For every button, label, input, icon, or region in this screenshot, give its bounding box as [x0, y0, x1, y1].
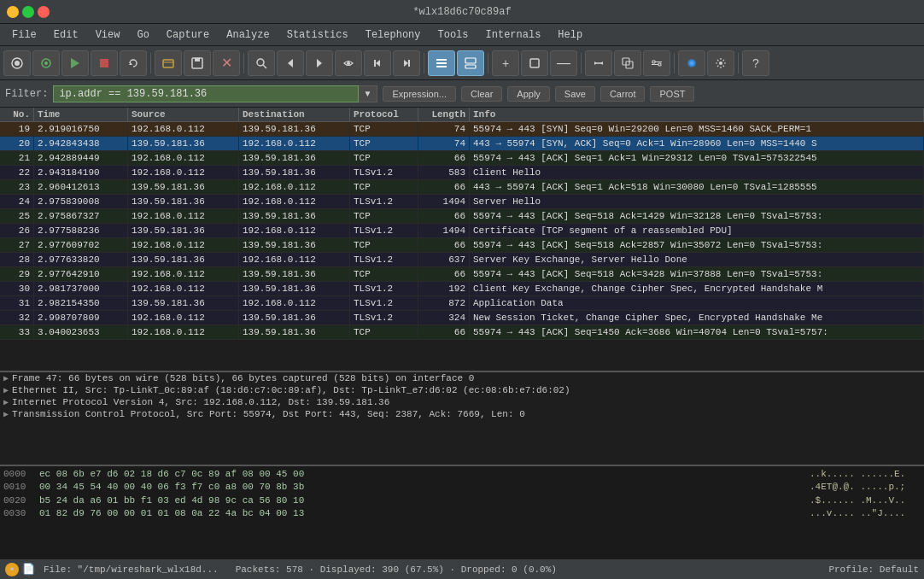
cell-no: 24 [0, 195, 34, 208]
help-toolbar-button[interactable]: ? [742, 50, 769, 76]
packet-row[interactable]: 27 2.977609702 192.168.0.112 139.59.181.… [0, 238, 924, 253]
interface-list-button[interactable] [3, 50, 31, 76]
menu-analyze[interactable]: Analyze [218, 27, 278, 43]
packet-row[interactable]: 23 2.960412613 139.59.181.36 192.168.0.1… [0, 180, 924, 195]
capture-options-button[interactable] [32, 50, 60, 76]
hex-bytes: 00 34 45 54 40 00 40 06 f3 f7 c0 a8 00 7… [39, 481, 810, 494]
zoom-out-button[interactable]: — [550, 50, 577, 76]
menu-edit[interactable]: Edit [45, 27, 87, 43]
detail-text: Ethernet II, Src: Tp-LinkT_0c:89:af (18:… [12, 385, 570, 395]
menu-view[interactable]: View [87, 27, 129, 43]
hex-bytes: b5 24 da a6 01 bb f1 03 ed 4d 98 9c ca 5… [39, 494, 810, 507]
cell-dest: 139.59.181.36 [239, 238, 350, 252]
packet-list-button[interactable] [428, 50, 455, 76]
packet-row[interactable]: 25 2.975867327 192.168.0.112 139.59.181.… [0, 209, 924, 224]
menu-capture[interactable]: Capture [158, 27, 218, 43]
menu-telephony[interactable]: Telephony [357, 27, 430, 43]
svg-rect-30 [652, 61, 655, 63]
zoom-normal-button[interactable] [521, 50, 548, 76]
menu-statistics[interactable]: Statistics [278, 27, 357, 43]
zoom-in-button[interactable]: + [492, 50, 519, 76]
packet-row[interactable]: 30 2.981737000 192.168.0.112 139.59.181.… [0, 282, 924, 296]
detail-row[interactable]: ▶Ethernet II, Src: Tp-LinkT_0c:89:af (18… [0, 384, 924, 396]
next-packet-button[interactable] [306, 50, 333, 76]
expression-button[interactable]: Expression... [383, 86, 456, 102]
col-header-source: Source [128, 108, 239, 121]
close-button[interactable]: ✕ [213, 50, 240, 76]
start-capture-button[interactable] [61, 50, 89, 76]
post-button[interactable]: POST [650, 86, 694, 102]
cell-no: 21 [0, 151, 34, 165]
resize-columns-button[interactable] [585, 50, 612, 76]
svg-point-1 [15, 61, 20, 66]
maximize-button[interactable] [22, 6, 34, 18]
hex-ascii: ...v.... .."J.... [810, 507, 921, 520]
packet-row[interactable]: 22 2.943184190 192.168.0.112 139.59.181.… [0, 166, 924, 180]
menu-go[interactable]: Go [128, 27, 157, 43]
cell-info: 55974 → 443 [ACK] Seq=518 Ack=2857 Win=3… [470, 238, 924, 252]
packet-row[interactable]: 19 2.919016750 192.168.0.112 139.59.181.… [0, 122, 924, 137]
svg-rect-7 [163, 60, 173, 67]
prev-packet-button[interactable] [277, 50, 304, 76]
cell-info: 55974 → 443 [ACK] Seq=518 Ack=1429 Win=3… [470, 209, 924, 223]
menu-tools[interactable]: Tools [430, 27, 477, 43]
filter-input[interactable] [53, 85, 358, 102]
toolbar: ✕ + — ? [0, 46, 924, 80]
colorize-button[interactable] [678, 50, 705, 76]
packet-row[interactable]: 21 2.942889449 192.168.0.112 139.59.181.… [0, 151, 924, 166]
preferences-button[interactable] [707, 50, 734, 76]
cell-time: 2.975839008 [34, 195, 128, 208]
first-packet-button[interactable] [364, 50, 391, 76]
filter-toolbar-button[interactable] [643, 50, 670, 76]
packet-row[interactable]: 20 2.942843438 139.59.181.36 192.168.0.1… [0, 137, 924, 151]
svg-marker-26 [594, 61, 597, 65]
packet-row[interactable]: 31 2.982154350 139.59.181.36 192.168.0.1… [0, 296, 924, 311]
last-packet-button[interactable] [393, 50, 420, 76]
cell-length: 66 [418, 238, 470, 252]
carrot-button[interactable]: Carrot [600, 86, 646, 102]
menu-internals[interactable]: Internals [477, 27, 550, 43]
detail-row[interactable]: ▶Frame 47: 66 bytes on wire (528 bits), … [0, 372, 924, 384]
clear-filter-button[interactable]: Clear [461, 86, 502, 102]
svg-rect-24 [530, 59, 539, 67]
expand-arrow: ▶ [3, 385, 9, 395]
save-filter-button[interactable]: Save [555, 86, 595, 102]
minimize-button[interactable] [7, 6, 19, 18]
cell-no: 27 [0, 238, 34, 252]
menu-file[interactable]: File [3, 27, 45, 43]
packet-row[interactable]: 29 2.977642910 192.168.0.112 139.59.181.… [0, 267, 924, 282]
packet-row[interactable]: 26 2.977588236 139.59.181.36 192.168.0.1… [0, 224, 924, 238]
svg-rect-19 [436, 59, 447, 61]
detail-text: Transmission Control Protocol, Src Port:… [12, 409, 525, 419]
menu-help[interactable]: Help [549, 27, 591, 43]
packet-row[interactable]: 32 2.998707809 192.168.0.112 139.59.181.… [0, 311, 924, 325]
cell-source: 139.59.181.36 [128, 296, 239, 310]
save-button[interactable] [184, 50, 211, 76]
cell-time: 2.975867327 [34, 209, 128, 223]
detail-row[interactable]: ▶Transmission Control Protocol, Src Port… [0, 408, 924, 420]
packet-row[interactable]: 28 2.977633820 139.59.181.36 192.168.0.1… [0, 253, 924, 267]
subwindow-button[interactable] [614, 50, 641, 76]
hex-row: 001000 34 45 54 40 00 40 06 f3 f7 c0 a8 … [3, 481, 921, 494]
cell-no: 33 [0, 325, 34, 339]
toolbar-sep-5 [581, 53, 582, 73]
close-window-button[interactable] [38, 6, 50, 18]
packet-row[interactable]: 24 2.975839008 139.59.181.36 192.168.0.1… [0, 195, 924, 209]
hex-row: 003001 82 d9 76 00 00 01 01 08 0a 22 4a … [3, 507, 921, 520]
packet-row[interactable]: 33 3.040023653 192.168.0.112 139.59.181.… [0, 325, 924, 340]
apply-filter-button[interactable]: Apply [507, 86, 550, 102]
statusbar: ● 📄 File: "/tmp/wireshark_wlx18d... Pack… [0, 559, 924, 579]
open-button[interactable] [155, 50, 182, 76]
filter-dropdown-button[interactable]: ▼ [359, 85, 378, 102]
detail-row[interactable]: ▶Internet Protocol Version 4, Src: 192.1… [0, 396, 924, 408]
packet-detail-button[interactable] [457, 50, 484, 76]
restart-capture-button[interactable] [120, 50, 147, 76]
goto-button[interactable] [335, 50, 362, 76]
stop-capture-button[interactable] [91, 50, 118, 76]
cell-dest: 192.168.0.112 [239, 137, 350, 150]
cell-source: 192.168.0.112 [128, 282, 239, 295]
svg-rect-23 [465, 65, 476, 68]
find-packet-button[interactable] [248, 50, 275, 76]
expand-arrow: ▶ [3, 409, 9, 419]
cell-protocol: TCP [350, 151, 418, 165]
